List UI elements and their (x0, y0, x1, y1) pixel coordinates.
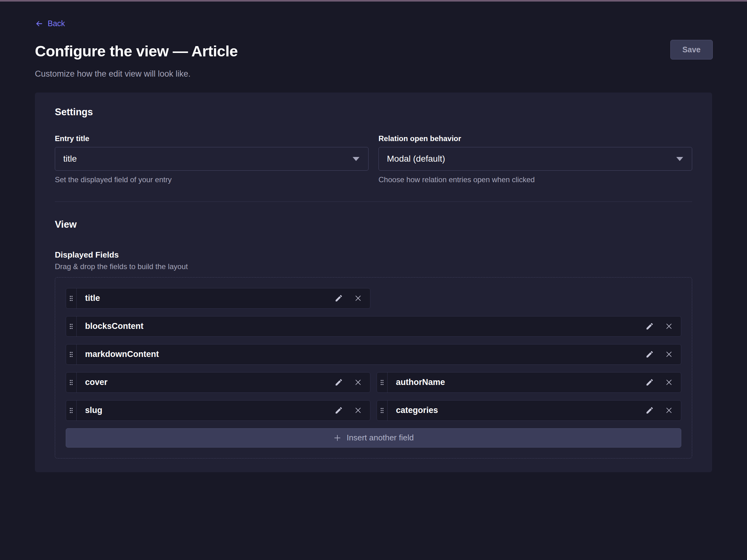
drag-handle[interactable] (66, 344, 77, 365)
drag-dots-icon (380, 379, 384, 386)
drag-dots-icon (69, 379, 73, 386)
close-icon (354, 294, 362, 302)
caret-down-icon (353, 157, 359, 161)
settings-form: Entry title title Set the displayed fiel… (55, 134, 692, 184)
pencil-icon (335, 378, 343, 386)
close-icon (665, 406, 673, 414)
remove-field-button[interactable] (665, 322, 673, 330)
back-link[interactable]: Back (35, 19, 65, 28)
close-icon (354, 406, 362, 414)
settings-heading: Settings (55, 106, 692, 118)
remove-field-button[interactable] (354, 294, 362, 302)
remove-field-button[interactable] (665, 406, 673, 414)
displayed-fields-heading: Displayed Fields (55, 250, 692, 260)
entry-title-hint: Set the displayed field of your entry (55, 175, 368, 184)
close-icon (354, 378, 362, 386)
caret-down-icon (676, 157, 683, 161)
field-card-slug: slug (66, 400, 370, 421)
entry-title-value: title (63, 154, 77, 164)
save-button[interactable]: Save (670, 40, 713, 59)
drag-handle[interactable] (66, 373, 77, 393)
pencil-icon (645, 378, 654, 386)
drag-dots-icon (69, 351, 73, 358)
field-row: blocksContent (66, 316, 681, 337)
remove-field-button[interactable] (354, 406, 362, 414)
field-name: title (85, 293, 100, 303)
back-arrow-icon (35, 19, 44, 28)
insert-field-label: Insert another field (347, 433, 414, 443)
edit-field-button[interactable] (335, 378, 343, 386)
configuration-card: Settings Entry title title Set the displ… (35, 92, 712, 472)
insert-field-button[interactable]: Insert another field (66, 428, 681, 448)
relation-behavior-group: Relation open behavior Modal (default) C… (379, 134, 692, 184)
field-row: title (66, 288, 681, 309)
pencil-icon (335, 294, 343, 302)
field-name: blocksContent (85, 321, 144, 331)
pencil-icon (645, 350, 654, 358)
remove-field-button[interactable] (665, 378, 673, 386)
pencil-icon (645, 322, 654, 330)
field-card-blocksContent: blocksContent (66, 316, 681, 337)
relation-behavior-label: Relation open behavior (379, 134, 692, 143)
entry-title-label: Entry title (55, 134, 368, 143)
close-icon (665, 322, 673, 330)
field-card-title: title (66, 288, 370, 309)
drag-handle[interactable] (66, 401, 77, 421)
edit-field-button[interactable] (335, 406, 343, 415)
entry-title-select[interactable]: title (55, 147, 368, 171)
field-name: categories (396, 405, 438, 415)
edit-field-button[interactable] (645, 406, 654, 415)
field-card-categories: categories (377, 400, 681, 421)
back-label: Back (48, 19, 65, 28)
fields-drop-zone: title blocksContent (55, 277, 692, 458)
close-icon (665, 378, 673, 386)
drag-dots-icon (69, 407, 73, 414)
drag-dots-icon (69, 323, 73, 330)
drag-dots-icon (69, 295, 73, 302)
relation-behavior-hint: Choose how relation entries open when cl… (379, 175, 692, 184)
relation-behavior-value: Modal (default) (387, 154, 445, 164)
field-name: authorName (396, 377, 445, 387)
field-row: cover authorName (66, 372, 681, 393)
pencil-icon (335, 406, 343, 415)
field-name: cover (85, 377, 107, 387)
field-card-cover: cover (66, 372, 370, 393)
page-header: Back Configure the view — Article Custom… (0, 2, 747, 79)
plus-icon (333, 434, 341, 442)
section-divider (55, 202, 692, 202)
field-row: slug categories (66, 400, 681, 421)
edit-field-button[interactable] (645, 378, 654, 386)
drag-handle[interactable] (377, 373, 388, 393)
edit-field-button[interactable] (335, 294, 343, 302)
remove-field-button[interactable] (665, 350, 673, 358)
displayed-fields-hint: Drag & drop the fields to build the layo… (55, 262, 692, 271)
field-row: markdownContent (66, 344, 681, 365)
field-name: markdownContent (85, 349, 159, 359)
edit-field-button[interactable] (645, 350, 654, 358)
field-card-markdownContent: markdownContent (66, 344, 681, 365)
drag-dots-icon (380, 407, 384, 414)
pencil-icon (645, 406, 654, 415)
view-heading: View (55, 219, 692, 231)
drag-handle[interactable] (377, 401, 388, 421)
field-name: slug (85, 405, 102, 415)
drag-handle[interactable] (66, 288, 77, 308)
close-icon (665, 350, 673, 358)
relation-behavior-select[interactable]: Modal (default) (379, 147, 692, 171)
drag-handle[interactable] (66, 316, 77, 337)
page-subtitle: Customize how the edit view will look li… (35, 69, 712, 79)
entry-title-group: Entry title title Set the displayed fiel… (55, 134, 368, 184)
edit-field-button[interactable] (645, 322, 654, 330)
field-card-authorName: authorName (377, 372, 681, 393)
page-title: Configure the view — Article (35, 42, 712, 60)
remove-field-button[interactable] (354, 378, 362, 386)
